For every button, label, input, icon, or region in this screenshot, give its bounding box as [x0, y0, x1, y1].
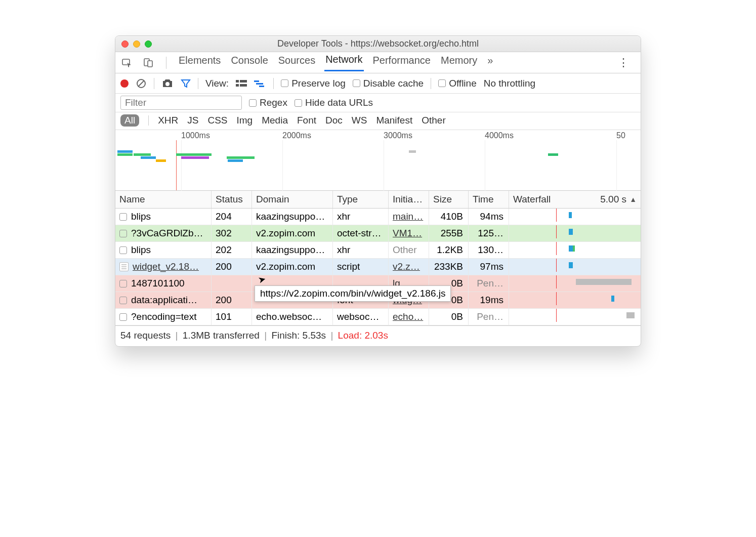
large-rows-icon[interactable] [236, 79, 247, 88]
panel-tabs: ElementsConsoleSourcesNetworkPerformance… [115, 52, 641, 73]
cell-size: 255B [429, 225, 469, 241]
status-requests: 54 requests [120, 330, 171, 341]
cell-initiator: main… [389, 209, 429, 225]
offline-checkbox[interactable]: Offline [438, 78, 477, 89]
cell-waterfall [509, 225, 641, 238]
separator [198, 78, 198, 89]
cell-size: 410B [429, 209, 469, 225]
cell-time: 94ms [469, 209, 509, 225]
col-type[interactable]: Type [333, 191, 389, 208]
separator [431, 78, 431, 89]
file-icon [119, 297, 127, 304]
table-row[interactable]: blips204kaazingsuppo…xhrmain…410B94ms [115, 209, 641, 225]
request-name-link[interactable]: widget_v2.18… [133, 261, 199, 272]
file-icon [119, 246, 127, 254]
cell-status: 101 [212, 309, 252, 325]
cell-time: 19ms [469, 292, 509, 308]
window-titlebar: Developer Tools - https://websocket.org/… [115, 36, 641, 52]
filter-icon[interactable] [181, 78, 191, 89]
filter-input[interactable] [120, 96, 242, 110]
file-icon [119, 213, 127, 221]
table-row[interactable]: widget_v2.18…200v2.zopim.comscriptv2.z…2… [115, 259, 641, 275]
typefilter-font[interactable]: Font [297, 115, 316, 126]
request-name: data:applicati… [131, 295, 197, 306]
svg-point-5 [165, 82, 170, 86]
table-row[interactable]: ?3vCaGRDlZb…302v2.zopim.comoctet-str…VM1… [115, 225, 641, 242]
col-status[interactable]: Status [212, 191, 252, 208]
cell-type: websoc… [333, 309, 389, 325]
cell-time: 130… [469, 242, 509, 258]
tab-performance[interactable]: Performance [372, 55, 432, 71]
request-name: 1487101100 [131, 278, 185, 289]
separator [166, 57, 166, 69]
file-icon [119, 313, 127, 321]
file-icon [119, 280, 127, 287]
clear-icon[interactable] [136, 78, 147, 89]
typefilter-ws[interactable]: WS [352, 115, 367, 126]
svg-rect-6 [236, 80, 239, 82]
regex-checkbox[interactable]: Regex [249, 97, 287, 108]
col-domain[interactable]: Domain [252, 191, 333, 208]
svg-rect-2 [148, 61, 152, 67]
device-toolbar-icon[interactable] [142, 56, 155, 69]
overview-tick: 2000ms [282, 131, 311, 140]
table-row[interactable]: ?encoding=text101echo.websoc…websoc…echo… [115, 309, 641, 325]
typefilter-xhr[interactable]: XHR [158, 115, 178, 126]
preserve-log-checkbox[interactable]: Preserve log [281, 78, 346, 89]
col-name[interactable]: Name [115, 191, 212, 208]
separator [273, 78, 274, 89]
typefilter-js[interactable]: JS [187, 115, 198, 126]
svg-rect-12 [259, 86, 264, 87]
table-row[interactable]: blips202kaazingsuppo…xhrOther1.2KB130… [115, 242, 641, 259]
tab-sources[interactable]: Sources [277, 55, 316, 71]
cell-status [212, 275, 252, 292]
tab-memory[interactable]: Memory [440, 55, 478, 71]
cell-time: 125… [469, 225, 509, 241]
overview-tick: 4000ms [485, 131, 514, 140]
col-initiator[interactable]: Initia… [389, 191, 429, 208]
tab-console[interactable]: Console [230, 55, 269, 71]
tab-network[interactable]: Network [324, 54, 363, 71]
cell-type: octet-str… [333, 225, 389, 241]
inspect-element-icon[interactable] [120, 56, 134, 69]
hide-data-urls-checkbox[interactable]: Hide data URLs [295, 97, 373, 108]
cell-domain: kaazingsuppo… [252, 242, 333, 258]
tab-elements[interactable]: Elements [178, 55, 222, 71]
kebab-menu-icon[interactable]: ⋮ [612, 56, 636, 69]
cell-status: 202 [212, 242, 252, 258]
typefilter-doc[interactable]: Doc [325, 115, 343, 126]
devtools-window: Developer Tools - https://websocket.org/… [115, 35, 641, 347]
cell-type: script [333, 259, 389, 275]
typefilter-css[interactable]: CSS [207, 115, 227, 126]
typefilter-other[interactable]: Other [422, 115, 446, 126]
cell-status: 302 [212, 225, 252, 241]
typefilter-media[interactable]: Media [262, 115, 288, 126]
cell-initiator: echo… [389, 309, 429, 325]
status-bar: 54 requests | 1.3MB transferred | Finish… [115, 325, 641, 346]
typefilter-all[interactable]: All [120, 114, 139, 127]
col-size[interactable]: Size [429, 191, 469, 208]
cell-size: 0B [429, 309, 469, 325]
typefilter-manifest[interactable]: Manifest [376, 115, 412, 126]
cell-waterfall [509, 209, 641, 222]
overview-icon[interactable] [254, 79, 266, 88]
more-tabs[interactable]: » [486, 55, 494, 71]
cell-size: 1.2KB [429, 242, 469, 258]
capture-screenshots-icon[interactable] [161, 78, 174, 89]
type-filters: AllXHRJSCSSImgMediaFontDocWSManifestOthe… [115, 112, 641, 130]
disable-cache-checkbox[interactable]: Disable cache [353, 78, 424, 89]
overview-tick: 1000ms [181, 131, 210, 140]
view-label: View: [205, 78, 229, 89]
network-table-body: blips204kaazingsuppo…xhrmain…410B94ms?3v… [115, 209, 641, 325]
cell-initiator: VM1… [389, 225, 429, 241]
col-time[interactable]: Time [469, 191, 509, 208]
window-title: Developer Tools - https://websocket.org/… [115, 38, 641, 49]
typefilter-img[interactable]: Img [237, 115, 253, 126]
throttling-select[interactable]: No throttling [484, 78, 535, 89]
svg-rect-10 [254, 80, 259, 82]
timeline-overview[interactable]: 1000ms2000ms3000ms4000ms50 [115, 130, 641, 191]
overview-cursor [176, 140, 177, 190]
cell-status: 204 [212, 209, 252, 225]
col-waterfall[interactable]: Waterfall 5.00 s ▲ [509, 191, 641, 208]
record-button[interactable] [120, 79, 129, 88]
